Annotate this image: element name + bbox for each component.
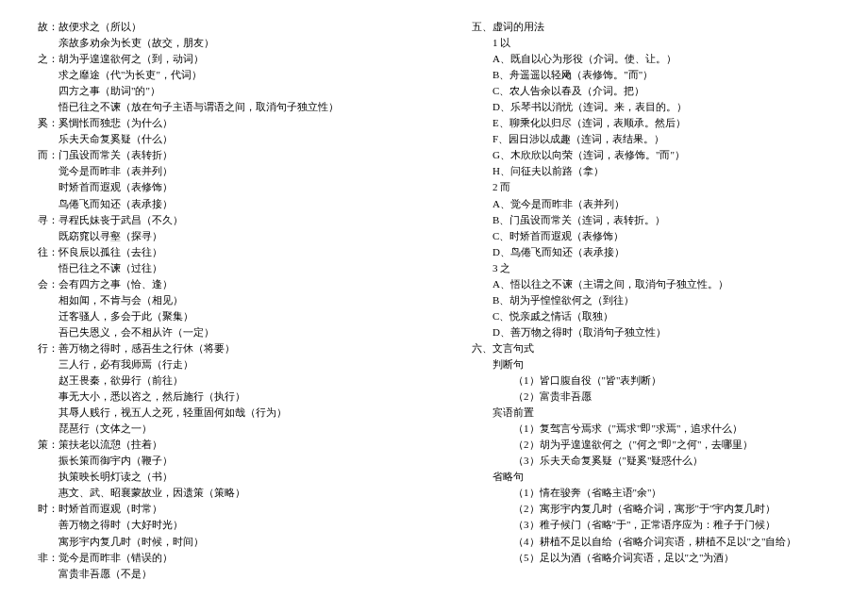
left-line: 寓形宇内复几时（时候，时间） (38, 534, 396, 550)
left-line: 鸟倦飞而知还（表承接） (38, 196, 396, 212)
right-line: （3）乐夫天命复奚疑（"疑奚"疑惑什么） (472, 453, 830, 469)
left-line: 之：胡为乎遑遑欲何之（到，动词） (38, 51, 396, 67)
right-line: （2）富贵非吾愿 (472, 389, 830, 405)
right-line: （1）情在骏奔（省略主语"余"） (472, 485, 830, 501)
left-line: 非：觉今是而昨非（错误的） (38, 550, 396, 566)
right-line: （2）胡为乎遑遑欲何之（"何之"即"之何"，去哪里） (472, 437, 830, 453)
right-line: C、时矫首而遐观（表修饰） (472, 228, 830, 244)
right-line: 3 之 (472, 260, 830, 276)
right-column: 五、虚词的用法1 以A、既自以心为形役（介词。使、让。）B、舟遥遥以轻飏（表修饰… (472, 19, 830, 594)
right-line: （1）复驾言兮焉求（"焉求"即"求焉"，追求什么） (472, 421, 830, 437)
left-line: 往：怀良辰以孤往（去往） (38, 244, 396, 260)
left-line: 觉今是而昨非（表并列） (38, 163, 396, 179)
right-line: （4）耕植不足以自给（省略介词宾语，耕植不足以"之"自给） (472, 534, 830, 550)
left-line: 四方之事（助词"的"） (38, 83, 396, 99)
left-line: 行：善万物之得时，感吾生之行休（将要） (38, 340, 396, 356)
right-line: B、舟遥遥以轻飏（表修饰。"而"） (472, 67, 830, 83)
left-line: 振长策而御宇内（鞭子） (38, 453, 396, 469)
left-line: 悟已往之不谏（放在句子主语与谓语之间，取消句子独立性） (38, 99, 396, 115)
right-line: H、问征夫以前路（拿） (472, 163, 830, 179)
right-line: 2 而 (472, 179, 830, 195)
left-line: 事无大小，悉以咨之，然后施行（执行） (38, 389, 396, 405)
right-line: （3）稚子候门（省略"于"，正常语序应为：稚子于门候） (472, 517, 830, 533)
right-line: C、悦亲戚之情话（取独） (472, 308, 830, 324)
left-line: 策：策扶老以流憩（拄着） (38, 437, 396, 453)
left-line: 故：故便求之（所以） (38, 19, 396, 35)
right-line: 1 以 (472, 35, 830, 51)
left-line: 富贵非吾愿（不是） (38, 566, 396, 582)
left-line: 时矫首而遐观（表修饰） (38, 179, 396, 195)
left-line: 其辱人贱行，视五人之死，轻重固何如哉（行为） (38, 405, 396, 421)
right-line: C、农人告余以春及（介词。把） (472, 83, 830, 99)
right-line: D、鸟倦飞而知还（表承接） (472, 244, 830, 260)
left-line: 迁客骚人，多会于此（聚集） (38, 308, 396, 324)
left-line: 会：会有四方之事（恰、逢） (38, 276, 396, 292)
right-line: A、既自以心为形役（介词。使、让。） (472, 51, 830, 67)
right-line: 判断句 (472, 356, 830, 373)
right-line: B、胡为乎惶惶欲何之（到往） (472, 292, 830, 308)
left-line: 既窈窕以寻壑（探寻） (38, 228, 396, 244)
right-line: D、乐琴书以消忧（连词。来，表目的。） (472, 99, 830, 115)
left-line: 悟已往之不谏（过往） (38, 260, 396, 276)
right-line: 省略句 (472, 469, 830, 485)
left-line: 乐夫天命复奚疑（什么） (38, 131, 396, 147)
right-line: F、园日涉以成趣（连词，表结果。） (472, 131, 830, 147)
right-line: （2）寓形宇内复几时（省略介词，寓形"于"宇内复几时） (472, 501, 830, 517)
right-line: E、聊乘化以归尽（连词，表顺承。然后） (472, 115, 830, 131)
left-line: 吾已失恩义，会不相从许（一定） (38, 324, 396, 340)
left-line: 寻：寻程氏妹丧于武昌（不久） (38, 212, 396, 228)
right-line: B、门虽设而常关（连词，表转折。） (472, 212, 830, 228)
left-line: 善万物之得时（大好时光） (38, 517, 396, 533)
right-line: （1）皆口腹自役（"皆"表判断） (472, 373, 830, 389)
right-line: （5）足以为酒（省略介词宾语，足以"之"为酒） (472, 550, 830, 566)
left-line: 琵琶行（文体之一） (38, 421, 396, 437)
left-line: 相如闻，不肯与会（相见） (38, 292, 396, 308)
left-line: 奚：奚惆怅而独悲（为什么） (38, 115, 396, 131)
right-line: D、善万物之得时（取消句子独立性） (472, 324, 830, 340)
left-column: 故：故便求之（所以）亲故多劝余为长吏（故交，朋友）之：胡为乎遑遑欲何之（到，动词… (38, 19, 396, 594)
left-line: 求之靡途（代"为长吏"，代词） (38, 67, 396, 83)
right-line: A、悟以往之不谏（主谓之间，取消句子独立性。） (472, 276, 830, 292)
left-line: 执策映长明灯读之（书） (38, 469, 396, 485)
left-line: 时：时矫首而遐观（时常） (38, 501, 396, 517)
left-line: 赵王畏秦，欲毋行（前往） (38, 373, 396, 389)
left-line: 亲故多劝余为长吏（故交，朋友） (38, 35, 396, 51)
left-line: 而：门虽设而常关（表转折） (38, 147, 396, 163)
right-line: 宾语前置 (472, 405, 830, 421)
left-line: 三人行，必有我师焉（行走） (38, 356, 396, 373)
right-line: 六、文言句式 (472, 340, 830, 356)
right-line: 五、虚词的用法 (472, 19, 830, 35)
left-line: 惠文、武、昭襄蒙故业，因遗策（策略） (38, 485, 396, 501)
right-line: A、觉今是而昨非（表并列） (472, 196, 830, 212)
right-line: G、木欣欣以向荣（连词，表修饰。"而"） (472, 147, 830, 163)
